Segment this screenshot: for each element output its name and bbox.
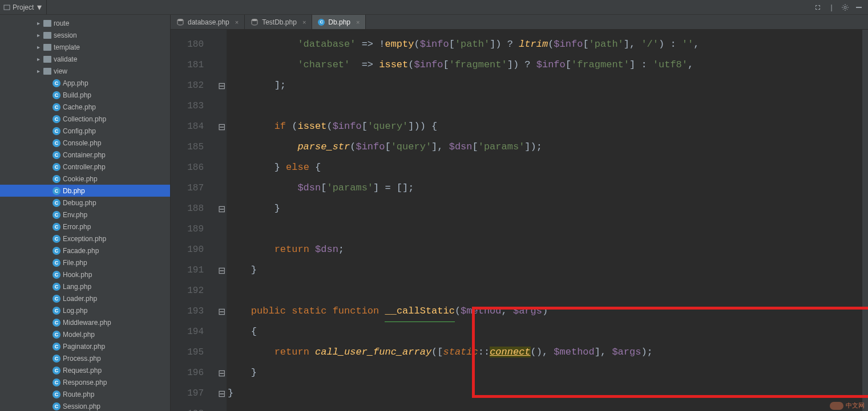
collapse-icon[interactable] — [813, 3, 822, 12]
file-process[interactable]: CProcess.php — [0, 352, 170, 364]
folder-view[interactable]: ▸view — [0, 65, 170, 77]
class-icon: C — [53, 211, 60, 219]
tab-label: Db.php — [328, 18, 350, 26]
file-config[interactable]: CConfig.php — [0, 125, 170, 137]
file-label: Controller.php — [63, 163, 106, 171]
project-label[interactable]: Project — [13, 3, 34, 11]
file-facade[interactable]: CFacade.php — [0, 245, 170, 257]
line-number: 187 — [171, 178, 216, 198]
file-debug[interactable]: CDebug.php — [0, 197, 170, 209]
file-controller[interactable]: CController.php — [0, 161, 170, 173]
line-number: 197 — [171, 383, 216, 404]
class-icon: C — [53, 319, 60, 327]
scrollbar[interactable] — [862, 30, 868, 411]
file-error[interactable]: CError.php — [0, 221, 170, 233]
class-icon: C — [53, 390, 60, 398]
file-route[interactable]: CRoute.php — [0, 388, 170, 400]
database-icon — [251, 18, 259, 26]
svg-point-3 — [177, 19, 183, 21]
svg-point-1 — [844, 6, 846, 9]
gear-icon[interactable] — [841, 3, 850, 12]
file-env[interactable]: CEnv.php — [0, 209, 170, 221]
file-label: File.php — [63, 259, 87, 267]
tab-testdb[interactable]: TestDb.php× — [245, 15, 312, 29]
watermark-text: 中文网 — [846, 401, 865, 410]
folder-icon — [43, 20, 51, 27]
close-icon[interactable]: × — [302, 19, 306, 26]
line-number: 185 — [171, 137, 216, 157]
file-label: Cache.php — [63, 103, 96, 111]
file-app[interactable]: CApp.php — [0, 77, 170, 89]
file-cookie[interactable]: CCookie.php — [0, 173, 170, 185]
class-icon: C — [318, 19, 325, 26]
file-collection[interactable]: CCollection.php — [0, 113, 170, 125]
file-lang[interactable]: CLang.php — [0, 280, 170, 292]
dropdown-icon[interactable]: ▾ — [36, 4, 43, 11]
class-icon: C — [53, 79, 60, 87]
fold-marker[interactable]: ⊟ — [216, 198, 227, 219]
class-icon: C — [53, 151, 60, 159]
fold-marker[interactable]: ⊟ — [216, 301, 227, 322]
file-exception[interactable]: CException.php — [0, 233, 170, 245]
class-icon: C — [53, 307, 60, 315]
file-console[interactable]: CConsole.php — [0, 137, 170, 149]
file-session[interactable]: CSession.php — [0, 400, 170, 411]
class-icon: C — [53, 355, 60, 363]
file-label: Facade.php — [63, 247, 99, 255]
file-request[interactable]: CRequest.php — [0, 364, 170, 376]
class-icon: C — [53, 259, 60, 267]
folder-validate[interactable]: ▸validate — [0, 53, 170, 65]
class-icon: C — [53, 379, 60, 386]
file-build[interactable]: CBuild.php — [0, 89, 170, 101]
code-content[interactable]: 'database' => !empty($info['path']) ? lt… — [227, 30, 862, 411]
folder-label: session — [54, 31, 77, 39]
file-label: Log.php — [63, 307, 87, 315]
file-container[interactable]: CContainer.php — [0, 149, 170, 161]
file-model[interactable]: CModel.php — [0, 328, 170, 340]
fold-marker[interactable]: ⊟ — [216, 116, 227, 137]
tab-database[interactable]: database.php× — [171, 15, 245, 29]
folder-label: view — [54, 67, 67, 75]
file-file[interactable]: CFile.php — [0, 257, 170, 268]
line-number: 180 — [171, 34, 216, 55]
file-cache[interactable]: CCache.php — [0, 101, 170, 113]
editor-tabs: database.php× TestDb.php× C Db.php× — [171, 15, 868, 30]
file-label: Cookie.php — [63, 175, 98, 183]
class-icon: C — [53, 139, 60, 147]
close-icon[interactable]: × — [356, 19, 360, 26]
file-log[interactable]: CLog.php — [0, 304, 170, 316]
file-db[interactable]: CDb.php — [0, 185, 170, 197]
code-editor[interactable]: 180 181 182 183 184 185 186 187 188 189 … — [171, 30, 868, 411]
class-icon: C — [53, 283, 60, 291]
fold-marker[interactable]: ⊟ — [216, 260, 227, 280]
fold-marker[interactable]: ⊟ — [216, 75, 227, 96]
folder-template[interactable]: ▸template — [0, 41, 170, 53]
watermark: 中文网 — [830, 401, 865, 410]
fold-marker[interactable]: ⊟ — [216, 383, 227, 404]
fold-marker[interactable]: ⊟ — [216, 363, 227, 383]
project-sidebar: ▸route ▸session ▸template ▸validate ▸vie… — [0, 15, 171, 411]
class-icon: C — [53, 199, 60, 207]
svg-point-4 — [252, 19, 257, 21]
tab-db[interactable]: C Db.php× — [312, 15, 366, 29]
fold-gutter: ⊟ ⊟ ⊟ ⊟ ⊟ ⊟ ⊟ — [216, 30, 227, 411]
file-middleware[interactable]: CMiddleware.php — [0, 316, 170, 328]
folder-session[interactable]: ▸session — [0, 29, 170, 41]
hide-icon[interactable] — [854, 3, 863, 12]
project-icon — [3, 4, 10, 11]
file-hook[interactable]: CHook.php — [0, 268, 170, 280]
class-icon: C — [53, 295, 60, 303]
file-paginator[interactable]: CPaginator.php — [0, 340, 170, 352]
file-label: Process.php — [63, 355, 101, 363]
line-number: 183 — [171, 96, 216, 116]
file-loader[interactable]: CLoader.php — [0, 292, 170, 304]
line-number: 192 — [171, 280, 216, 301]
close-icon[interactable]: × — [235, 19, 239, 26]
file-label: Session.php — [63, 402, 100, 410]
file-label: Hook.php — [63, 271, 92, 279]
file-label: Response.php — [63, 379, 107, 386]
folder-route[interactable]: ▸route — [0, 17, 170, 29]
divider-icon: | — [827, 3, 836, 12]
file-label: Request.php — [63, 367, 102, 375]
file-response[interactable]: CResponse.php — [0, 376, 170, 388]
